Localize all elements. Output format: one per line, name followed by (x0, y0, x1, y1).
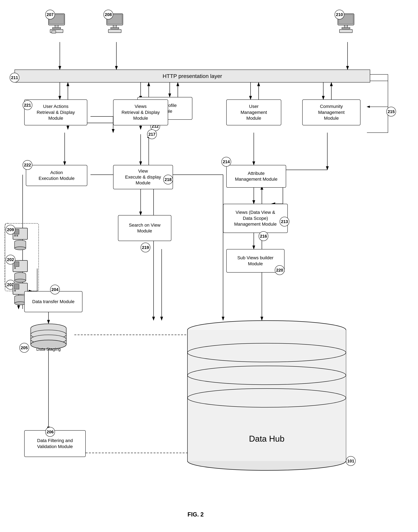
label-101: 101 (346, 456, 356, 466)
views-data-scope-module: Views (Data View & Data Scope) Managemen… (223, 204, 288, 233)
svg-rect-75 (16, 235, 18, 236)
label-214: 214 (221, 157, 231, 167)
label-215: 215 (386, 107, 396, 116)
label-217: 217 (147, 129, 157, 139)
svg-point-80 (14, 247, 26, 250)
label-207: 207 (45, 10, 55, 19)
data-transfer-module: Data transfer Module (24, 291, 82, 312)
data-staging: Data Staging (26, 324, 71, 353)
svg-rect-61 (52, 30, 56, 33)
label-205: 205 (19, 343, 29, 353)
search-on-view-module: Search on View Module (118, 215, 171, 241)
svg-rect-90 (14, 284, 19, 289)
label-221: 221 (23, 100, 32, 110)
label-208: 208 (104, 10, 113, 19)
label-211: 211 (10, 73, 19, 83)
label-216: 216 (259, 231, 268, 241)
fig-label: FIG. 2 (187, 511, 204, 518)
svg-rect-58 (55, 25, 58, 27)
community-management-module: Community Management Module (302, 99, 360, 125)
svg-rect-83 (14, 267, 16, 269)
svg-rect-71 (339, 29, 352, 33)
label-209: 209 (6, 225, 15, 235)
label-222: 222 (23, 160, 32, 170)
svg-text:Data Staging: Data Staging (36, 347, 61, 352)
svg-rect-74 (14, 235, 16, 236)
label-202: 202 (6, 255, 15, 265)
attribute-management-module: Attribute Management Module (226, 165, 286, 188)
user-actions-module: User Actions Retrieval & Display Module (24, 99, 87, 125)
svg-rect-91 (14, 290, 16, 291)
svg-rect-65 (111, 27, 119, 29)
svg-rect-66 (108, 29, 121, 33)
http-layer: HTTP presentation layer (14, 70, 370, 83)
views-retrieval-module: Views Retrieval & Display Module (113, 99, 168, 125)
svg-rect-59 (53, 27, 61, 29)
label-206: 206 (45, 427, 55, 437)
diagram: 207 208 210 HTTP presentation layer 211 … (0, 0, 418, 532)
label-204: 204 (50, 285, 60, 294)
svg-rect-64 (113, 25, 116, 27)
label-210: 210 (335, 10, 344, 19)
svg-text:Data Hub: Data Hub (249, 434, 284, 443)
action-execution-module: Action Execution Module (26, 165, 87, 186)
label-218: 218 (163, 175, 173, 184)
data-hub: Data Hub (178, 320, 356, 483)
user-management-module: User Management Module (226, 99, 281, 125)
data-filtering-module: Data Filtering and Validation Module (24, 430, 86, 457)
svg-rect-69 (344, 25, 348, 27)
svg-rect-82 (14, 262, 19, 266)
svg-rect-70 (342, 27, 350, 29)
label-219: 219 (141, 243, 150, 252)
label-213: 213 (280, 217, 289, 227)
label-220: 220 (275, 265, 284, 275)
